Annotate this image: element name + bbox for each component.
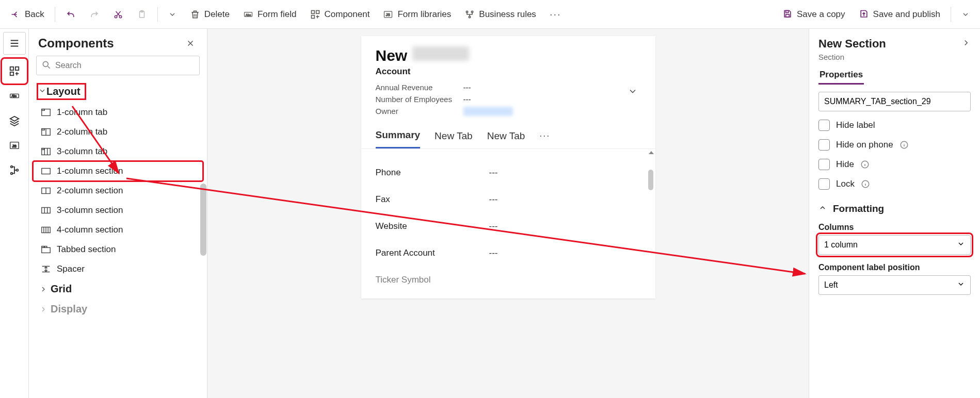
field-row[interactable]: Phone --- [376,159,641,186]
tab-new-1[interactable]: New Tab [435,130,473,148]
hamburger-button[interactable] [3,32,26,55]
save-copy-button[interactable]: Save a copy [776,4,852,25]
search-input[interactable] [36,56,200,75]
field-row[interactable]: Website --- [376,213,641,240]
info-icon [899,140,909,150]
close-panel-button[interactable] [183,36,198,51]
component-button[interactable]: Component [304,4,376,25]
columns-label: Columns [818,223,971,232]
form-card[interactable]: New Account Annual Revenue --- Number of… [361,36,655,299]
field-label: Website [376,221,489,231]
layout-item-1col-tab[interactable]: 1-column tab [33,103,203,122]
layout-item-3col-section[interactable]: 3-column section [33,201,203,220]
svg-rect-35 [42,208,51,213]
save-split-chevron[interactable] [955,4,976,25]
checkbox-icon [818,159,830,170]
layout-item-4col-section[interactable]: 4-column section [33,220,203,240]
layers-rail-button[interactable] [3,109,26,132]
chevron-right-icon [38,305,46,313]
form-body-scrollbar[interactable] [648,149,654,299]
columns-select[interactable]: 1 column [818,235,971,255]
layout-item-tabbed-section[interactable]: Tabbed section [33,240,203,259]
properties-tab[interactable]: Properties [818,67,864,85]
components-panel: Components Layout 1-column [29,29,207,398]
field-row[interactable]: Ticker Symbol [376,267,641,293]
field-label: Fax [376,194,489,205]
toolbar-overflow[interactable]: ··· [543,4,568,25]
chevron-down-icon [957,240,965,250]
tab-2col-icon [40,126,52,138]
form-body[interactable]: Phone --- Fax --- Website --- Parent Acc… [361,149,655,299]
form-canvas[interactable]: New Account Annual Revenue --- Number of… [207,29,809,398]
tabs-overflow[interactable]: ··· [539,130,550,147]
display-group-header[interactable]: Display [33,299,203,319]
svg-rect-6 [311,10,314,13]
svg-rect-32 [42,148,44,150]
meta-label: Annual Revenue [376,83,463,92]
save-publish-button[interactable]: Save and publish [853,4,946,25]
cut-button[interactable] [107,4,130,25]
svg-rect-39 [44,246,47,248]
component-icon [310,9,320,20]
svg-point-12 [472,11,473,12]
hide-on-phone-checkbox[interactable]: Hide on phone [818,139,971,151]
components-tree[interactable]: Layout 1-column tab 2-column tab 3-colum… [29,80,207,398]
components-rail-button[interactable] [3,60,26,82]
tab-3col-icon [40,146,52,157]
form-field-label: Form field [258,9,297,20]
business-rules-label: Business rules [479,9,536,20]
tab-new-2[interactable]: New Tab [487,130,525,148]
section-name-input[interactable] [818,92,971,111]
layout-item-spacer[interactable]: Spacer [33,259,203,279]
back-label: Back [25,9,44,20]
form-field-button[interactable]: Abc Form field [237,4,303,25]
layout-group-header[interactable]: Layout [33,80,203,103]
chevron-down-icon [957,280,965,290]
chevron-right-icon [38,285,46,293]
svg-rect-15 [786,14,790,17]
save-publish-label: Save and publish [873,9,940,20]
cut-icon [113,9,123,20]
back-button[interactable]: Back [4,4,51,25]
layout-item-3col-tab[interactable]: 3-column tab [33,142,203,161]
form-libraries-button[interactable]: JS Form libraries [377,4,457,25]
svg-rect-30 [42,129,45,130]
entity-label: Account [376,67,641,77]
properties-panel: New Section Section Properties Hide labe… [809,29,980,398]
fields-rail-button[interactable]: Abc [3,85,26,107]
tab-summary[interactable]: Summary [376,129,421,148]
hide-label-checkbox[interactable]: Hide label [818,120,971,131]
svg-point-24 [10,173,12,175]
section-3col-icon [40,205,52,216]
formatting-section-header[interactable]: Formatting [818,203,971,214]
expand-panel-button[interactable] [961,38,971,49]
field-row[interactable]: Parent Account --- [376,240,641,267]
undo-button[interactable] [59,4,82,25]
layout-item-2col-section[interactable]: 2-column section [33,181,203,201]
business-rules-button[interactable]: Business rules [458,4,542,25]
paste-button[interactable] [131,4,153,25]
components-title: Components [38,36,114,51]
layout-item-2col-tab[interactable]: 2-column tab [33,122,203,142]
toolbar-chevron[interactable] [162,4,183,25]
record-name: New [376,47,408,64]
js-rail-button[interactable]: JS [3,134,26,157]
svg-rect-27 [42,109,51,116]
field-value: --- [489,221,498,231]
delete-button[interactable]: Delete [184,4,236,25]
panel-scrollbar[interactable] [200,117,207,276]
header-chevron[interactable] [628,86,638,98]
label-position-select[interactable]: Left [818,275,971,295]
svg-rect-16 [10,67,13,70]
grid-group-header[interactable]: Grid [33,279,203,299]
hide-checkbox[interactable]: Hide [818,159,971,170]
svg-point-26 [43,61,48,67]
field-row[interactable]: Fax --- [376,186,641,213]
redo-button[interactable] [83,4,106,25]
field-value: --- [489,168,498,178]
layout-item-1col-section[interactable]: 1-column section [33,161,203,181]
tree-rail-button[interactable] [3,159,26,181]
lock-checkbox[interactable]: Lock [818,178,971,190]
tabbed-section-icon [40,244,52,255]
svg-rect-37 [42,247,51,253]
